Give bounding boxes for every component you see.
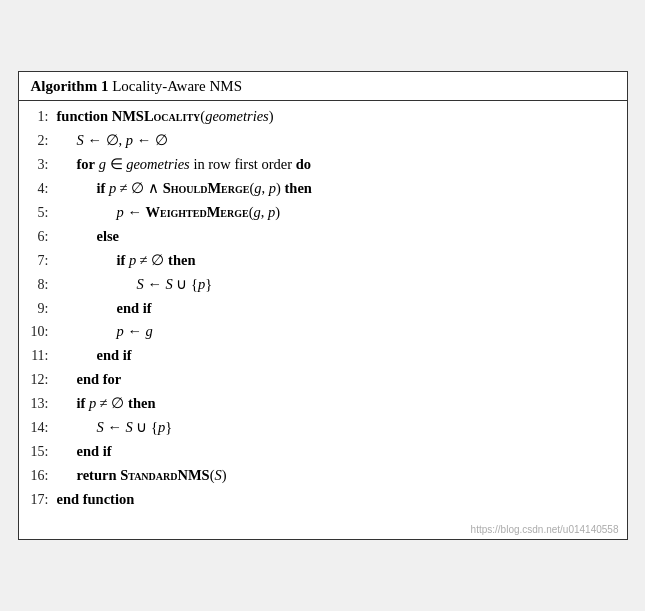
line-number: 4: [29,177,57,200]
algorithm-line: 1:function NMSLocality(geometries) [29,105,617,129]
line-number: 14: [29,416,57,439]
line-number: 8: [29,273,57,296]
line-number: 12: [29,368,57,391]
algorithm-line: 6:else [29,225,617,249]
line-content: if p ≠ ∅ then [57,249,617,273]
line-content: S ← S ∪ {p} [57,416,617,440]
algorithm-line: 17:end function [29,488,617,512]
algorithm-line: 13:if p ≠ ∅ then [29,392,617,416]
line-content: end if [57,440,617,464]
line-number: 17: [29,488,57,511]
algorithm-line: 15:end if [29,440,617,464]
line-number: 3: [29,153,57,176]
algorithm-line: 11:end if [29,344,617,368]
line-content: end function [57,488,617,512]
line-number: 11: [29,344,57,367]
algorithm-line: 5:p ← WeightedMerge(g, p) [29,201,617,225]
line-number: 2: [29,129,57,152]
line-content: S ← S ∪ {p} [57,273,617,297]
line-number: 1: [29,105,57,128]
line-number: 16: [29,464,57,487]
line-content: end if [57,297,617,321]
line-content: if p ≠ ∅ then [57,392,617,416]
line-content: else [57,225,617,249]
algorithm-line: 2:S ← ∅, p ← ∅ [29,129,617,153]
line-number: 7: [29,249,57,272]
line-content: end if [57,344,617,368]
algorithm-label: Algorithm 1 [31,78,109,94]
line-content: function NMSLocality(geometries) [57,105,617,129]
line-content: S ← ∅, p ← ∅ [57,129,617,153]
line-content: if p ≠ ∅ ∧ ShouldMerge(g, p) then [57,177,617,201]
line-number: 9: [29,297,57,320]
algorithm-body: 1:function NMSLocality(geometries)2:S ← … [19,101,627,522]
line-number: 15: [29,440,57,463]
algorithm-header: Algorithm 1 Locality-Aware NMS [19,72,627,101]
algorithm-line: 16:return StandardNMS(S) [29,464,617,488]
line-content: p ← WeightedMerge(g, p) [57,201,617,225]
algorithm-line: 9:end if [29,297,617,321]
line-content: for g ∈ geometries in row first order do [57,153,617,177]
algorithm-line: 14:S ← S ∪ {p} [29,416,617,440]
algorithm-line: 8:S ← S ∪ {p} [29,273,617,297]
line-number: 10: [29,320,57,343]
algorithm-line: 4:if p ≠ ∅ ∧ ShouldMerge(g, p) then [29,177,617,201]
watermark: https://blog.csdn.net/u014140558 [19,522,627,539]
algorithm-box: Algorithm 1 Locality-Aware NMS 1:functio… [18,71,628,540]
line-number: 5: [29,201,57,224]
line-number: 13: [29,392,57,415]
line-content: end for [57,368,617,392]
line-content: p ← g [57,320,617,344]
algorithm-line: 10:p ← g [29,320,617,344]
algorithm-line: 12:end for [29,368,617,392]
line-number: 6: [29,225,57,248]
algorithm-line: 3:for g ∈ geometries in row first order … [29,153,617,177]
algorithm-line: 7:if p ≠ ∅ then [29,249,617,273]
algorithm-title: Locality-Aware NMS [112,78,242,94]
line-content: return StandardNMS(S) [57,464,617,488]
